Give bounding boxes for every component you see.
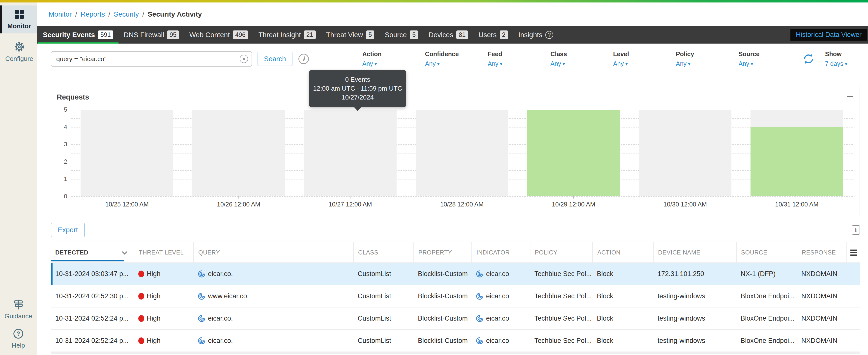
info-icon[interactable]: i [299,54,309,64]
show-range-dropdown[interactable]: 7 days▾ [825,60,847,67]
cell-threat-level: High [134,315,193,322]
sidebar-item-label: Help [12,342,25,349]
sidebar-item-label: Monitor [7,22,31,30]
tab-threat-view[interactable]: Threat View5 [321,26,380,43]
filter-value-dropdown[interactable]: Any▾ [739,60,801,67]
tab-label: Web Content [189,31,230,39]
sidebar-item-guidance[interactable]: Guidance [0,298,37,322]
chart-day-band[interactable] [639,110,732,196]
table-row[interactable]: 10-31-2024 02:52:30 p...Highwww.eicar.co… [51,285,860,308]
chevron-down-icon: ▾ [500,61,502,67]
table-row[interactable]: 10-31-2024 03:03:47 p...Higheicar.co.Cus… [51,263,860,285]
chart-bar[interactable] [750,127,843,196]
breadcrumb-separator: / [75,10,77,18]
chart-day-band[interactable] [81,110,173,196]
column-header-label: ACTION [597,249,621,256]
filter-class: ClassAny▾ [551,50,613,67]
x-axis-tick-label: 10/31 12:00 AM [741,201,852,208]
column-header-response[interactable]: RESPONSE [797,242,846,263]
chevron-down-icon: ▾ [437,61,440,67]
table-row[interactable]: 10-31-2024 02:52:24 p...Higheicar.co.Cus… [51,308,860,330]
sidebar-item-monitor[interactable]: Monitor [2,5,37,33]
cell-device-name: 172.31.101.250 [653,270,736,278]
filter-bar: ✕ Search i ActionAny▾ConfidenceAny▾FeedA… [37,43,868,74]
cell-detected: 10-31-2024 02:52:30 p... [51,292,134,300]
filter-label: Class [551,50,613,58]
tooltip-date: 10/27/2024 [312,93,403,102]
breadcrumb-link-monitor[interactable]: Monitor [49,10,72,18]
column-header-threat-level[interactable]: THREAT LEVEL [134,242,193,263]
x-axis-tick [239,196,239,199]
cell-class: CustomList [353,315,413,322]
cell-query: eicar.co. [193,337,353,345]
tab-threat-insight[interactable]: Threat Insight21 [253,26,321,43]
filter-dropdowns: ActionAny▾ConfidenceAny▾FeedAny▾ClassAny… [362,50,801,67]
column-header-indicator[interactable]: INDICATOR [471,242,530,263]
chart-day-band[interactable] [416,110,508,196]
collapse-panel-icon[interactable] [847,96,853,97]
column-header-device-name[interactable]: DEVICE NAME [653,242,736,263]
tab-security-events[interactable]: Security Events591 [38,26,119,43]
cell-property: Blocklist-Custom [413,292,471,300]
x-axis-tick [573,196,574,199]
cell-source: BloxOne Endpoi... [736,337,797,345]
tab-source[interactable]: Source5 [379,26,423,43]
refresh-icon[interactable] [803,53,814,65]
tab-insights[interactable]: Insights? [513,26,559,43]
tab-users[interactable]: Users2 [473,26,513,43]
cell-action: Block [592,337,653,345]
grid-icon [14,9,25,20]
filter-value-dropdown[interactable]: Any▾ [425,60,488,67]
events-table: DETECTEDTHREAT LEVELQUERYCLASSPROPERTYIN… [51,242,860,352]
search-button[interactable]: Search [257,52,292,66]
breadcrumb-link-security[interactable]: Security [114,10,139,18]
breadcrumb-current: Security Activity [148,10,202,18]
cell-device-name: testing-windows [653,292,736,300]
export-button[interactable]: Export [51,223,85,237]
filter-value-dropdown[interactable]: Any▾ [676,60,739,67]
historical-data-viewer-button[interactable]: Historical Data Viewer [790,29,867,41]
x-axis-tick [350,196,350,199]
table-row[interactable]: 10-31-2024 02:52:24 p...Higheicar.co.Cus… [51,330,860,352]
chevron-down-icon: ▾ [751,61,753,67]
tab-count-badge: 5 [366,30,374,39]
sidebar-footer: Guidance ? Help [0,298,37,351]
column-header-query[interactable]: QUERY [193,242,353,263]
tab-count-badge: 2 [500,30,508,39]
tooltip-events: 0 Events [312,75,403,84]
threat-level-high-dot [138,338,144,344]
cell-response: NXDOMAIN [797,270,846,278]
filter-level: LevelAny▾ [613,50,676,67]
table-info-icon[interactable]: i [851,225,860,235]
breadcrumb-link-reports[interactable]: Reports [81,10,105,18]
chart-day-band[interactable] [192,110,285,196]
sidebar-item-configure[interactable]: Configure [2,38,37,66]
column-header-source[interactable]: SOURCE [736,242,797,263]
column-header-class[interactable]: CLASS [353,242,413,263]
sidebar-item-help[interactable]: ? Help [0,327,37,351]
filter-value-dropdown[interactable]: Any▾ [613,60,676,67]
tab-web-content[interactable]: Web Content496 [184,26,253,43]
filter-value-dropdown[interactable]: Any▾ [551,60,613,67]
filter-value-dropdown[interactable]: Any▾ [488,60,551,67]
search-input[interactable] [51,51,252,67]
sidebar-item-label: Configure [5,55,33,63]
export-row: Export i [51,223,860,237]
tab-devices[interactable]: Devices81 [423,26,473,43]
chart-bar[interactable] [527,110,620,196]
column-header-policy[interactable]: POLICY [530,242,592,263]
y-axis-tick-label: 5 [55,106,67,113]
tab-dns-firewall[interactable]: DNS Firewall95 [119,26,184,43]
column-header-label: POLICY [535,249,557,256]
column-header-detected[interactable]: DETECTED [51,242,134,263]
clear-search-icon[interactable]: ✕ [240,55,248,63]
column-header-action[interactable]: ACTION [592,242,653,263]
column-settings-button[interactable] [846,242,860,263]
tab-label: Insights [519,31,542,39]
filter-value-dropdown[interactable]: Any▾ [362,60,425,67]
column-header-property[interactable]: PROPERTY [413,242,471,263]
chart-day-band[interactable] [304,110,397,196]
help-icon[interactable]: ? [545,31,553,39]
x-axis-tick-label: 10/26 12:00 AM [183,201,294,208]
cell-threat-level: High [134,292,193,300]
